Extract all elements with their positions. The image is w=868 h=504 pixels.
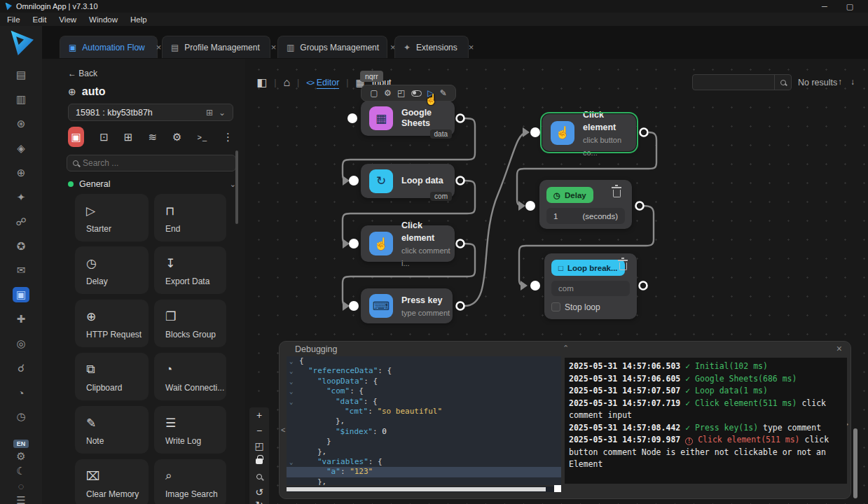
palette-item-write-log[interactable]: ☰Write Log bbox=[154, 406, 226, 454]
redo-button[interactable]: ↻ bbox=[249, 500, 269, 504]
automation-icon[interactable]: ▣ bbox=[0, 286, 42, 304]
toggle-icon[interactable] bbox=[411, 90, 422, 97]
zoom-in-button[interactable]: + bbox=[249, 407, 269, 423]
gear-icon[interactable]: ⚙ bbox=[384, 88, 392, 98]
palette-item-http-request[interactable]: ⊕HTTP Request bbox=[75, 300, 149, 347]
network-icon[interactable]: ⊕ bbox=[0, 164, 42, 182]
tab-close-icon[interactable]: × bbox=[271, 42, 277, 52]
collapse-icon[interactable]: ⌄ bbox=[289, 356, 293, 366]
palette-item-export-data[interactable]: ↧Export Data bbox=[154, 246, 226, 294]
terminal-button[interactable]: >_ bbox=[197, 133, 207, 141]
section-general[interactable]: General ⌄ bbox=[68, 179, 236, 189]
tab-close-icon[interactable]: × bbox=[469, 42, 474, 52]
fit-view-button[interactable]: ◰ bbox=[249, 438, 269, 454]
search-button[interactable] bbox=[774, 75, 791, 90]
palette-search-input[interactable] bbox=[83, 158, 230, 168]
palette-scrollbar[interactable] bbox=[235, 150, 238, 224]
search-next-icon[interactable]: ↓ bbox=[850, 77, 855, 87]
database-button[interactable]: ≋ bbox=[148, 131, 157, 144]
edit-pencil-icon[interactable]: ✎ bbox=[440, 88, 447, 98]
delete-trash-icon[interactable] bbox=[619, 262, 627, 270]
menu-view[interactable]: View bbox=[59, 15, 76, 24]
frame-icon[interactable]: ▢ bbox=[370, 88, 378, 98]
select-region-icon[interactable]: ◰ bbox=[397, 88, 405, 98]
delay-pill[interactable]: ◷ Delay bbox=[546, 187, 593, 203]
node-press-key[interactable]: ⌨ Press key type comment bbox=[361, 288, 453, 323]
panel-toggle-icon[interactable]: ◧ bbox=[256, 76, 267, 89]
node-google-sheets[interactable]: ▦ Google Sheets data bbox=[361, 101, 455, 136]
mail-icon[interactable]: ✉ bbox=[0, 261, 42, 279]
loop-break-pill[interactable]: □ Loop break... bbox=[551, 260, 625, 276]
node-loop-data[interactable]: ↻ Loop data com bbox=[361, 164, 455, 198]
palette-item-delay[interactable]: ◷Delay bbox=[75, 246, 149, 294]
tags-icon[interactable]: ◈ bbox=[0, 139, 42, 158]
undo-button[interactable]: ↺ bbox=[249, 484, 269, 500]
tab-extensions[interactable]: ✦ Extensions × bbox=[394, 36, 469, 58]
security-shield-icon[interactable]: ✪ bbox=[0, 237, 42, 255]
palette-item-clipboard[interactable]: ⧉Clipboard bbox=[75, 353, 149, 400]
maximize-button[interactable]: ▢ bbox=[840, 2, 860, 11]
palette-search[interactable] bbox=[67, 155, 236, 172]
menu-list-icon[interactable]: ☰ bbox=[0, 491, 42, 504]
invite-user-icon[interactable]: ✚ bbox=[0, 310, 42, 328]
palette-item-starter[interactable]: ▷Starter bbox=[75, 194, 149, 241]
menu-file[interactable]: File bbox=[7, 15, 20, 24]
palette-item-note[interactable]: ✎Note bbox=[75, 406, 149, 454]
zoom-search-button[interactable] bbox=[249, 469, 269, 484]
more-menu-button[interactable]: ⋮ bbox=[223, 131, 233, 144]
extensions-icon[interactable]: ✦ bbox=[0, 188, 42, 206]
notes-icon[interactable]: ▤ bbox=[0, 66, 42, 84]
json-horizontal-scrollbar[interactable] bbox=[287, 486, 554, 492]
chat-card-icon[interactable]: ▥ bbox=[0, 90, 42, 108]
menu-help[interactable]: Help bbox=[130, 15, 147, 24]
home-icon[interactable]: ⌂ bbox=[283, 76, 290, 89]
save-button[interactable]: ⊡ bbox=[99, 131, 109, 144]
collapse-icon[interactable]: ⌄ bbox=[289, 457, 293, 467]
table-button[interactable]: ⊞ bbox=[124, 131, 133, 144]
delay-seconds-input[interactable]: 1 (seconds) bbox=[546, 208, 625, 224]
pane-left-icon[interactable]: < bbox=[281, 426, 285, 434]
node-click-element-comment[interactable]: ☝ Click element click comment i... bbox=[361, 225, 455, 262]
collapse-icon[interactable]: ⌄ bbox=[289, 397, 293, 407]
node-click-element-button[interactable]: ☝ Click element click button co... bbox=[542, 114, 636, 151]
proxy-location-icon[interactable]: ⊛ bbox=[0, 115, 42, 133]
collapse-icon[interactable]: ⌄ bbox=[289, 366, 293, 376]
collapse-icon[interactable]: ⌄ bbox=[289, 377, 293, 386]
tab-profile-management[interactable]: ▤ Profile Management × bbox=[162, 36, 270, 58]
history-clock-icon[interactable]: ◷ bbox=[0, 407, 42, 426]
tab-close-icon[interactable]: × bbox=[156, 42, 162, 52]
collapse-icon[interactable]: ⌄ bbox=[289, 386, 293, 396]
debug-log-viewer[interactable]: 2025-05-31 14:57:06.503 ✓ Initial(102 ms… bbox=[565, 358, 847, 484]
delete-trash-icon[interactable] bbox=[613, 190, 621, 197]
loop-break-input[interactable]: com bbox=[551, 281, 630, 296]
flow-mode-button[interactable]: ▣ bbox=[68, 127, 84, 147]
editor-tab[interactable]: <> Editor bbox=[306, 78, 339, 88]
lock-button[interactable] bbox=[249, 454, 269, 469]
team-icon[interactable]: ☍ bbox=[0, 213, 42, 231]
zoom-out-button[interactable]: − bbox=[249, 423, 269, 438]
settings-button[interactable]: ⚙ bbox=[172, 131, 181, 144]
geo-location-icon[interactable]: ◎ bbox=[0, 335, 42, 353]
tab-groups-management[interactable]: ▥ Groups Management × bbox=[277, 36, 387, 58]
canvas-search-input[interactable] bbox=[693, 75, 774, 90]
search-prev-icon[interactable]: ↑ bbox=[838, 77, 842, 87]
tab-automation-flow[interactable]: ▣ Automation Flow × bbox=[60, 36, 158, 58]
palette-item-image-search[interactable]: ⌕Image Search bbox=[154, 459, 226, 504]
menu-edit[interactable]: Edit bbox=[33, 15, 47, 24]
profile-select[interactable]: 15981 : kby53tb87h ⊞ ⌄ bbox=[68, 104, 233, 121]
close-panel-icon[interactable]: × bbox=[836, 343, 842, 354]
stop-loop-checkbox[interactable] bbox=[551, 302, 560, 312]
palette-item-clear-memory[interactable]: ⌧Clear Memory bbox=[75, 459, 149, 504]
menu-window[interactable]: Window bbox=[89, 15, 118, 24]
debug-json-viewer[interactable]: ⌄{ ⌄"referenceData": { ⌄"loopData": { ⌄"… bbox=[287, 356, 561, 485]
palette-item-wait-connection[interactable]: ◔Wait Connecti... bbox=[154, 353, 226, 400]
canvas-scrollbar[interactable] bbox=[853, 428, 857, 498]
minimize-button[interactable]: ─ bbox=[815, 2, 834, 10]
palette-item-end[interactable]: ⊓End bbox=[154, 194, 226, 241]
node-loop-break[interactable]: □ Loop break... com Stop loop bbox=[544, 253, 637, 319]
back-button[interactable]: ← Back bbox=[68, 69, 97, 78]
members-icon[interactable]: ☌ bbox=[0, 359, 42, 377]
node-delay[interactable]: ◷ Delay 1 (seconds) bbox=[539, 180, 632, 229]
palette-item-blocks-group[interactable]: ❐Blocks Group bbox=[154, 300, 226, 347]
collapse-panel-icon[interactable]: ⌃ bbox=[563, 344, 569, 353]
